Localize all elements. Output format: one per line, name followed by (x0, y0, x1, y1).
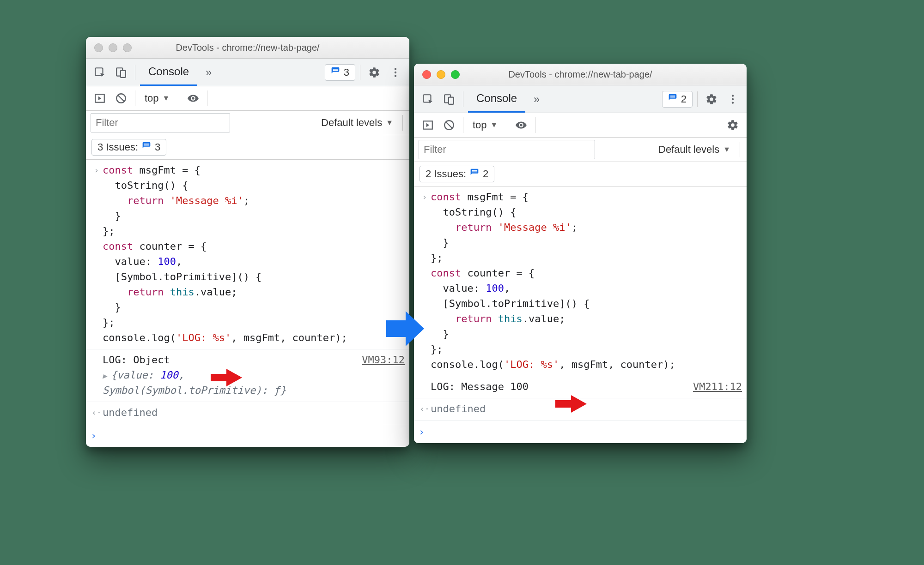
source-link[interactable]: VM93:12 (353, 352, 405, 367)
svg-point-5 (395, 75, 396, 77)
main-toolbar: Console » 2 (414, 85, 747, 113)
filter-input[interactable] (91, 113, 230, 132)
chat-icon (470, 168, 479, 180)
svg-point-11 (732, 95, 734, 96)
chevron-right-icon: › (91, 162, 103, 345)
console-toolbar: top ▼ (414, 113, 747, 138)
triangle-down-icon: ▼ (723, 145, 730, 154)
code-block: const msgFmt = { toString() { return 'Me… (103, 162, 405, 345)
titlebar[interactable]: DevTools - chrome://new-tab-page/ (86, 37, 409, 59)
issues-row: 2 Issues: 2 (414, 162, 747, 186)
issues-n: 3 (155, 141, 160, 153)
devtools-window-after: DevTools - chrome://new-tab-page/ Consol… (414, 64, 747, 443)
chat-icon (668, 93, 677, 105)
console-prompt[interactable]: › (414, 421, 747, 443)
issues-chip[interactable]: 3 (325, 64, 355, 81)
issues-count: 3 (344, 66, 349, 78)
window-title: DevTools - chrome://new-tab-page/ (414, 69, 747, 80)
issues-row: 3 Issues: 3 (86, 135, 409, 160)
clear-console-icon[interactable] (440, 116, 458, 134)
chat-icon (331, 66, 340, 78)
kebab-icon[interactable] (386, 63, 405, 82)
svg-point-3 (395, 68, 396, 70)
inspect-icon[interactable] (91, 63, 109, 82)
more-tabs-icon[interactable]: » (200, 66, 217, 79)
titlebar[interactable]: DevTools - chrome://new-tab-page/ (414, 64, 747, 85)
console-prompt[interactable]: › (86, 424, 409, 447)
source-link[interactable]: VM211:12 (684, 379, 742, 394)
issues-count: 2 (681, 93, 687, 105)
levels-label: Default levels (321, 117, 382, 129)
close-icon[interactable] (422, 70, 431, 79)
level-selector[interactable]: Default levels ▼ (316, 115, 398, 131)
return-value: undefined (103, 405, 405, 420)
level-selector[interactable]: Default levels ▼ (654, 142, 735, 157)
clear-console-icon[interactable] (112, 89, 130, 108)
console-toolbar: top ▼ (86, 86, 409, 111)
gear-icon[interactable] (723, 116, 742, 134)
gear-icon[interactable] (365, 63, 383, 82)
console-input-row: › const msgFmt = { toString() { return '… (414, 186, 747, 376)
issues-text: 2 Issues: (426, 168, 466, 180)
device-toggle-icon[interactable] (440, 90, 458, 108)
show-drawer-icon[interactable] (91, 89, 109, 108)
chat-icon (142, 141, 151, 153)
levels-label: Default levels (658, 144, 719, 156)
window-title: DevTools - chrome://new-tab-page/ (86, 42, 409, 53)
triangle-right-icon[interactable]: ▶ (103, 371, 111, 382)
context-selector[interactable]: top ▼ (140, 90, 174, 106)
maximize-icon[interactable] (451, 70, 460, 79)
log-output: LOG: Object (103, 354, 170, 366)
red-arrow-icon (209, 367, 242, 388)
issues-n: 2 (483, 168, 488, 180)
console-input-row: › const msgFmt = { toString() { return '… (86, 160, 409, 349)
blue-arrow-icon (383, 307, 426, 350)
triangle-down-icon: ▼ (491, 121, 498, 129)
close-icon[interactable] (94, 43, 103, 52)
device-toggle-icon[interactable] (112, 63, 130, 82)
issues-text: 3 Issues: (97, 141, 138, 153)
svg-point-13 (732, 102, 734, 103)
log-output: LOG: Message 100 (431, 381, 529, 392)
main-toolbar: Console » 3 (86, 59, 409, 86)
svg-point-12 (732, 98, 734, 100)
triangle-down-icon: ▼ (163, 94, 170, 102)
kebab-icon[interactable] (723, 90, 742, 108)
tab-console[interactable]: Console (468, 85, 525, 113)
filter-bar: Default levels ▼ (414, 138, 747, 162)
inspect-icon[interactable] (419, 90, 437, 108)
console-return-row: ‹· undefined (86, 402, 409, 424)
triangle-down-icon: ▼ (386, 119, 393, 127)
svg-point-4 (395, 71, 396, 73)
svg-rect-10 (449, 97, 454, 104)
red-arrow-icon (553, 393, 587, 415)
return-icon: ‹· (91, 405, 103, 420)
context-label: top (473, 119, 487, 131)
eye-icon[interactable] (512, 116, 530, 134)
minimize-icon[interactable] (437, 70, 445, 79)
issues-pill[interactable]: 3 Issues: 3 (91, 139, 166, 156)
svg-rect-2 (121, 70, 126, 77)
return-icon: ‹· (419, 401, 431, 416)
code-block: const msgFmt = { toString() { return 'Me… (431, 189, 742, 372)
more-tabs-icon[interactable]: » (528, 93, 545, 106)
filter-bar: Default levels ▼ (86, 111, 409, 135)
filter-input[interactable] (419, 140, 595, 159)
issues-chip[interactable]: 2 (662, 91, 693, 108)
console-output: › const msgFmt = { toString() { return '… (86, 160, 409, 447)
eye-icon[interactable] (184, 89, 202, 108)
gear-icon[interactable] (702, 90, 721, 108)
devtools-window-before: DevTools - chrome://new-tab-page/ Consol… (86, 37, 409, 447)
context-label: top (145, 92, 159, 104)
minimize-icon[interactable] (109, 43, 117, 52)
show-drawer-icon[interactable] (419, 116, 437, 134)
tab-console[interactable]: Console (140, 59, 197, 86)
context-selector[interactable]: top ▼ (468, 117, 502, 133)
maximize-icon[interactable] (123, 43, 132, 52)
issues-pill[interactable]: 2 Issues: 2 (419, 166, 494, 182)
console-log-row[interactable]: LOG: Object ▶{value: 100, Symbol(Symbol.… (86, 349, 409, 402)
